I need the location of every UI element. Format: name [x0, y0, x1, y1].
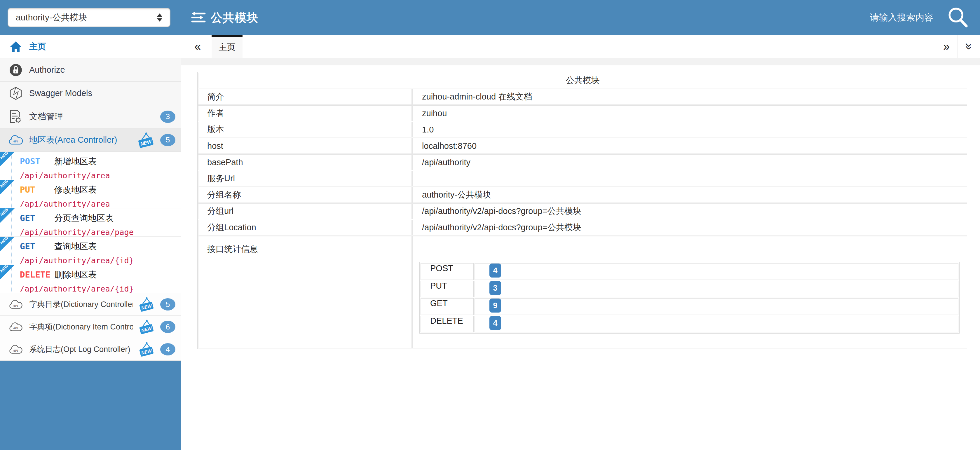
- http-method: GET: [20, 213, 54, 223]
- stats-row: POST 4: [420, 263, 958, 280]
- table-row: 分组url /api/authority/v2/api-docs?group=公…: [198, 204, 967, 219]
- sidebar-item-opt-log-controller[interactable]: API 系统日志(Opt Log Controller) NEW 4: [0, 338, 181, 361]
- api-cloud-icon: API: [8, 344, 24, 355]
- tab-home[interactable]: 主页: [212, 35, 242, 58]
- endpoint-title: 分页查询地区表: [54, 213, 113, 224]
- stats-method: PUT: [420, 281, 474, 297]
- scroll-tabs-right-button[interactable]: »: [935, 35, 958, 58]
- sidebar-item-dictionary-item-controller[interactable]: API 字典项(Dictionary Item Controller) NEW …: [0, 316, 181, 338]
- stats-label: 接口统计信息: [198, 236, 412, 348]
- endpoint-path: /api/authority/area/{id}: [20, 256, 178, 265]
- sidebar-item-dictionary-controller[interactable]: API 字典目录(Dictionary Controller) NEW 5: [0, 293, 181, 316]
- tab-spacer: [242, 35, 935, 58]
- table-row: basePath /api/authority: [198, 154, 967, 170]
- new-ribbon-icon: NEW: [0, 265, 14, 280]
- svg-text:API: API: [13, 326, 18, 329]
- app-brand: 公共模块: [191, 10, 259, 26]
- stats-count-badge: 4: [489, 264, 501, 278]
- endpoint-title: 查询地区表: [54, 241, 97, 253]
- top-header: authority-公共模块 公共模块 请输入搜索内容: [0, 0, 980, 35]
- api-group-select[interactable]: authority-公共模块: [8, 8, 170, 27]
- stats-count-badge: 4: [489, 316, 501, 330]
- count-badge: 6: [160, 321, 175, 333]
- search-area: 请输入搜索内容: [870, 6, 980, 29]
- svg-text:API: API: [13, 139, 19, 143]
- new-ribbon-icon: NEW: [0, 208, 14, 223]
- sidebar-item-label: Swagger Models: [29, 88, 175, 98]
- sidebar-item-area-controller[interactable]: API 地区表(Area Controller) NEW 5: [0, 129, 181, 152]
- endpoint-post-area[interactable]: NEW POST 新增地区表 /api/authority/area: [0, 152, 181, 180]
- sidebar: 主页 Authorize Swagger Models: [0, 35, 181, 450]
- new-ribbon-icon: NEW: [0, 237, 14, 251]
- endpoint-list: NEW POST 新增地区表 /api/authority/area NEW P…: [0, 152, 181, 293]
- sidebar-filler: [0, 361, 181, 450]
- sidebar-item-swagger-models[interactable]: Swagger Models: [0, 82, 181, 105]
- table-row: host localhost:8760: [198, 138, 967, 154]
- api-cloud-icon: API: [8, 134, 24, 146]
- endpoint-title: 修改地区表: [54, 184, 97, 196]
- table-row: 公共模块: [198, 73, 967, 88]
- document-gear-icon: [8, 110, 24, 124]
- table-row: 作者 zuihou: [198, 105, 967, 121]
- api-cloud-icon: API: [8, 321, 24, 332]
- count-badge: 3: [160, 111, 175, 123]
- search-input[interactable]: 请输入搜索内容: [870, 11, 933, 24]
- table-row: 简介 zuihou-admin-cloud 在线文档: [198, 89, 967, 105]
- sidebar-item-label: 地区表(Area Controller): [29, 134, 132, 146]
- count-badge: 5: [160, 134, 175, 146]
- endpoint-path: /api/authority/area: [20, 171, 178, 180]
- page-title: 公共模块: [211, 10, 259, 26]
- count-badge: 5: [160, 298, 175, 310]
- stats-method: POST: [420, 263, 474, 280]
- method-stats-table: POST 4 PUT 3 GET 9 DELETE: [419, 262, 959, 334]
- scroll-tabs-left-button[interactable]: «: [186, 35, 208, 58]
- sidebar-item-doc-manage[interactable]: 文档管理 3: [0, 105, 181, 129]
- sidebar-item-label: 字典目录(Dictionary Controller): [29, 299, 133, 310]
- new-tag-icon: NEW: [138, 296, 155, 312]
- endpoint-get-area-page[interactable]: NEW GET 分页查询地区表 /api/authority/area/page: [0, 208, 181, 237]
- lock-icon: [8, 63, 24, 77]
- sliders-icon: [191, 11, 206, 24]
- api-group-selected-value: authority-公共模块: [16, 12, 157, 24]
- sidebar-item-authorize[interactable]: Authorize: [0, 58, 181, 82]
- sidebar-item-home[interactable]: 主页: [0, 35, 181, 58]
- stats-count-badge: 3: [489, 281, 501, 295]
- stats-count-badge: 9: [489, 299, 501, 313]
- count-badge: 4: [160, 343, 175, 355]
- sidebar-item-label: 主页: [29, 41, 175, 52]
- stats-row: GET 9: [420, 298, 958, 315]
- endpoint-put-area[interactable]: NEW PUT 修改地区表 /api/authority/area: [0, 180, 181, 208]
- table-row: 分组名称 authority-公共模块: [198, 187, 967, 203]
- new-tag-icon: NEW: [138, 319, 155, 335]
- http-method: DELETE: [20, 270, 54, 280]
- sidebar-item-label: 系统日志(Opt Log Controller): [29, 344, 133, 355]
- table-row: 版本 1.0: [198, 122, 967, 137]
- sidebar-item-label: Authorize: [29, 65, 175, 75]
- new-tag-icon: NEW: [137, 132, 155, 148]
- swagger-bootstrap-ui-app: authority-公共模块 公共模块 请输入搜索内容: [0, 0, 980, 450]
- endpoint-path: /api/authority/area/page: [20, 227, 178, 237]
- http-method: POST: [20, 156, 54, 166]
- endpoint-get-area-id[interactable]: NEW GET 查询地区表 /api/authority/area/{id}: [0, 237, 181, 265]
- select-arrows-icon: [157, 13, 162, 22]
- table-title: 公共模块: [198, 73, 967, 88]
- search-icon[interactable]: [946, 6, 969, 29]
- svg-text:API: API: [13, 304, 18, 307]
- endpoint-path: /api/authority/area/{id}: [20, 284, 178, 293]
- endpoint-path: /api/authority/area: [20, 199, 178, 208]
- module-info-table: 公共模块 简介 zuihou-admin-cloud 在线文档 作者 zuiho…: [197, 72, 968, 349]
- new-tag-icon: NEW: [138, 342, 155, 357]
- endpoint-title: 新增地区表: [54, 156, 97, 167]
- tab-menu-collapse-button[interactable]: »: [958, 35, 980, 58]
- endpoint-delete-area-id[interactable]: NEW DELETE 删除地区表 /api/authority/area/{id…: [0, 265, 181, 293]
- http-method: PUT: [20, 185, 54, 195]
- new-ribbon-icon: NEW: [0, 152, 14, 166]
- sidebar-item-label: 字典项(Dictionary Item Controller): [29, 321, 133, 332]
- double-chevron-down-icon: »: [963, 43, 975, 49]
- sidebar-item-label: 文档管理: [29, 111, 155, 122]
- api-cloud-icon: API: [8, 299, 24, 310]
- tab-bar: « 主页 » »: [181, 35, 980, 58]
- new-ribbon-icon: NEW: [0, 180, 14, 195]
- models-hexagon-icon: [8, 86, 24, 100]
- table-row-stats: 接口统计信息 POST 4 PUT 3 GET 9: [198, 236, 967, 348]
